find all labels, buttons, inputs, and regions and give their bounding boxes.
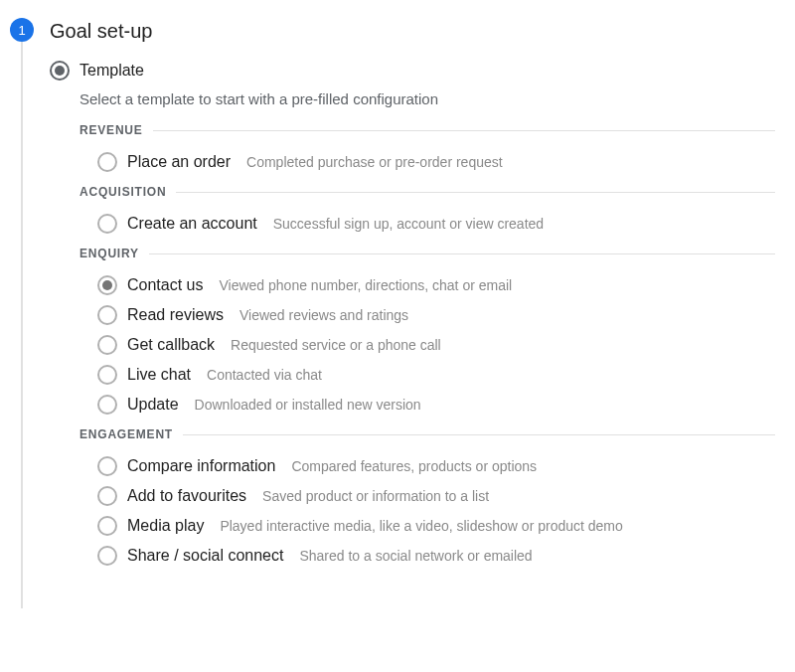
option-radio[interactable] <box>97 546 117 566</box>
option-radio[interactable] <box>97 516 117 536</box>
option-radio[interactable] <box>97 486 117 506</box>
template-option-row[interactable]: Contact usViewed phone number, direction… <box>80 270 775 300</box>
option-label: Media play <box>127 517 204 535</box>
category-label: ENQUIRY <box>80 247 139 260</box>
option-radio[interactable] <box>97 456 117 476</box>
category-header: REVENUE <box>80 123 775 137</box>
template-option-row[interactable]: Share / social connectShared to a social… <box>80 541 775 571</box>
option-radio[interactable] <box>97 305 117 325</box>
template-radio[interactable] <box>50 61 70 81</box>
goal-setup-panel: 1 Goal set-up Template Select a template… <box>0 0 795 608</box>
category-group: ENQUIRYContact usViewed phone number, di… <box>80 247 775 420</box>
step-title: Goal set-up <box>50 20 775 43</box>
option-description: Compared features, products or options <box>291 458 537 474</box>
option-description: Saved product or information to a list <box>262 488 489 504</box>
template-option-row[interactable]: Create an accountSuccessful sign up, acc… <box>80 209 775 239</box>
option-description: Viewed reviews and ratings <box>239 307 408 323</box>
template-option-row[interactable]: Get callbackRequested service or a phone… <box>80 330 775 360</box>
option-label: Contact us <box>127 276 203 294</box>
category-group: ACQUISITIONCreate an accountSuccessful s… <box>80 185 775 239</box>
template-description: Select a template to start with a pre-fi… <box>80 90 775 107</box>
category-group: ENGAGEMENTCompare informationCompared fe… <box>80 427 775 571</box>
option-label: Read reviews <box>127 306 224 324</box>
category-header: ACQUISITION <box>80 185 775 199</box>
category-label: ACQUISITION <box>80 185 166 199</box>
divider-line <box>153 130 775 131</box>
category-label: REVENUE <box>80 123 143 137</box>
option-label: Add to favourites <box>127 487 246 505</box>
template-option-row[interactable]: UpdateDownloaded or installed new versio… <box>80 390 775 420</box>
divider-line <box>149 253 775 254</box>
option-description: Successful sign up, account or view crea… <box>273 216 544 232</box>
template-option-row[interactable]: Add to favouritesSaved product or inform… <box>80 481 775 511</box>
option-label: Compare information <box>127 457 275 475</box>
category-label: ENGAGEMENT <box>80 427 173 441</box>
option-radio[interactable] <box>97 335 117 355</box>
option-label: Create an account <box>127 215 257 233</box>
template-option-row[interactable]: Compare informationCompared features, pr… <box>80 451 775 481</box>
option-description: Requested service or a phone call <box>231 337 441 353</box>
option-label: Share / social connect <box>127 547 283 565</box>
option-label: Update <box>127 396 179 414</box>
option-radio[interactable] <box>97 365 117 385</box>
option-description: Played interactive media, like a video, … <box>220 518 622 534</box>
divider-line <box>183 434 775 435</box>
template-option-row[interactable]: Live chatContacted via chat <box>80 360 775 390</box>
option-description: Viewed phone number, directions, chat or… <box>219 277 512 293</box>
category-group: REVENUEPlace an orderCompleted purchase … <box>80 123 775 177</box>
template-label: Template <box>80 62 144 80</box>
option-description: Downloaded or installed new version <box>195 397 421 413</box>
option-radio[interactable] <box>97 152 117 172</box>
option-label: Live chat <box>127 366 191 384</box>
option-label: Place an order <box>127 153 231 171</box>
step-number-badge: 1 <box>10 18 34 42</box>
template-option-row[interactable]: Place an orderCompleted purchase or pre-… <box>80 147 775 177</box>
option-description: Completed purchase or pre-order request <box>246 154 503 170</box>
option-label: Get callback <box>127 336 215 354</box>
option-radio[interactable] <box>97 395 117 415</box>
option-description: Shared to a social network or emailed <box>299 548 532 564</box>
template-radio-row[interactable]: Template <box>50 61 775 81</box>
divider-line <box>176 192 775 193</box>
category-header: ENGAGEMENT <box>80 427 775 441</box>
category-header: ENQUIRY <box>80 247 775 260</box>
option-description: Contacted via chat <box>207 367 322 383</box>
template-section: Template Select a template to start with… <box>50 61 775 571</box>
template-option-row[interactable]: Read reviewsViewed reviews and ratings <box>80 300 775 330</box>
option-radio[interactable] <box>97 214 117 234</box>
step-connector-line <box>21 42 23 608</box>
template-option-row[interactable]: Media playPlayed interactive media, like… <box>80 511 775 541</box>
option-radio[interactable] <box>97 275 117 295</box>
